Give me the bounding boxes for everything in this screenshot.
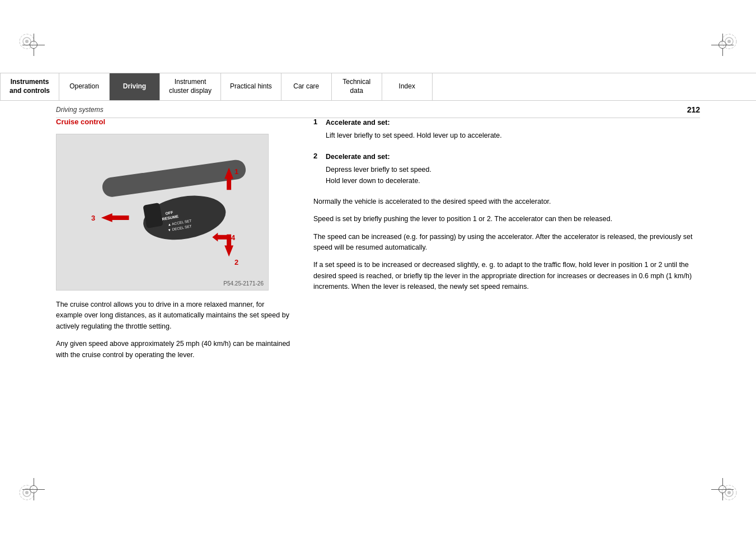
gear-icon-bottom-right — [719, 483, 739, 503]
svg-text:3: 3 — [91, 214, 95, 222]
num-label-1: 1 — [313, 118, 321, 126]
page-number: 212 — [687, 105, 700, 114]
svg-text:1: 1 — [234, 167, 238, 176]
nav-item-instruments[interactable]: Instruments and controls — [0, 73, 59, 100]
navbar: Instruments and controls Operation Drivi… — [0, 73, 756, 101]
left-column: Cruise control OFF RESUME ▲ ACCEL SET ▼ … — [56, 118, 291, 489]
svg-point-8 — [25, 491, 29, 494]
nav-item-instrument-cluster[interactable]: Instrument cluster display — [160, 73, 221, 100]
num-body-1: Lift lever briefly to set speed. Hold le… — [326, 130, 502, 141]
gear-icon-top-left — [17, 31, 37, 51]
num-label-2: 2 — [313, 152, 321, 160]
numbered-item-2: 2 Decelerate and set: Depress lever brie… — [313, 152, 700, 189]
svg-point-5 — [727, 40, 731, 43]
diagram-box: OFF RESUME ▲ ACCEL SET ▼ DECEL SET 1 2 3 — [56, 134, 269, 291]
gear-icon-top-right — [719, 31, 739, 51]
left-body-text-2: Any given speed above approximately 25 m… — [56, 339, 291, 360]
cruise-control-diagram: OFF RESUME ▲ ACCEL SET ▼ DECEL SET 1 2 3 — [57, 134, 268, 290]
section-title: Cruise control — [56, 118, 291, 126]
right-para-1: Normally the vehicle is accelerated to t… — [313, 196, 700, 207]
num-title-2: Decelerate and set: — [326, 153, 390, 161]
right-para-2: Speed is set by briefly pushing the leve… — [313, 214, 700, 224]
nav-item-operation[interactable]: Operation — [59, 73, 110, 100]
left-body-text-1: The cruise control allows you to drive i… — [56, 299, 291, 332]
nav-item-car-care[interactable]: Car care — [281, 73, 332, 100]
diagram-caption: P54.25-2171-26 — [223, 280, 264, 287]
num-content-2: Decelerate and set: Depress lever briefl… — [326, 152, 431, 189]
main-content: Cruise control OFF RESUME ▲ ACCEL SET ▼ … — [56, 118, 700, 489]
section-name: Driving systems — [56, 106, 104, 114]
subheader: Driving systems 212 — [56, 102, 700, 118]
nav-item-technical-data[interactable]: Technical data — [332, 73, 382, 100]
numbered-item-1: 1 Accelerate and set: Lift lever briefly… — [313, 118, 700, 144]
right-para-4: If a set speed is to be increased or dec… — [313, 260, 700, 292]
num-title-1: Accelerate and set: — [326, 119, 390, 127]
svg-text:4: 4 — [231, 233, 236, 242]
right-column: 1 Accelerate and set: Lift lever briefly… — [313, 118, 700, 489]
right-para-3: The speed can be increased (e.g. for pas… — [313, 232, 700, 254]
nav-item-driving[interactable]: Driving — [110, 73, 160, 100]
num-content-1: Accelerate and set: Lift lever briefly t… — [326, 118, 502, 144]
svg-point-2 — [25, 40, 29, 43]
nav-item-index[interactable]: Index — [382, 73, 433, 100]
svg-point-11 — [727, 491, 731, 494]
num-body-2: Depress lever briefly to set speed. Hold… — [326, 165, 431, 186]
svg-text:2: 2 — [234, 258, 238, 266]
nav-item-practical-hints[interactable]: Practical hints — [221, 73, 281, 100]
gear-icon-bottom-left — [17, 483, 37, 503]
